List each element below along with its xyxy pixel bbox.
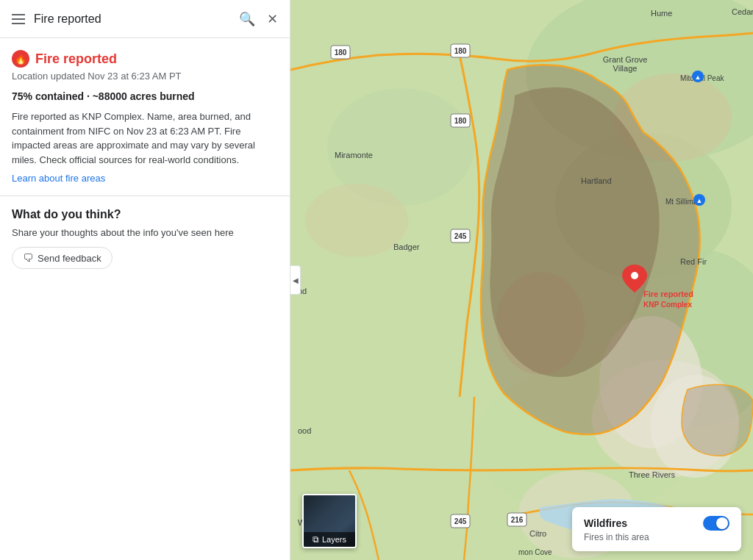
svg-text:245: 245	[454, 517, 467, 525]
svg-text:Hume: Hume	[651, 9, 672, 18]
layers-label-area: ⧉ Layers	[304, 532, 355, 547]
svg-text:Miramonte: Miramonte	[335, 151, 373, 159]
svg-text:Three Rivers: Three Rivers	[629, 470, 675, 479]
info-area: Fire reported Location updated Nov 23 at…	[0, 38, 290, 560]
layers-text: Layers	[322, 535, 346, 544]
svg-point-41	[631, 272, 638, 279]
fire-title: Fire reported	[35, 51, 117, 67]
close-icon[interactable]: ✕	[264, 8, 281, 30]
svg-text:Citro: Citro	[529, 529, 546, 538]
learn-about-fire-areas-link[interactable]: Learn about fire areas	[12, 173, 278, 184]
svg-text:216: 216	[511, 516, 524, 524]
svg-text:Cedar: Cedar	[732, 7, 753, 16]
svg-text:KNP Complex: KNP Complex	[643, 301, 692, 309]
left-panel: Fire reported 🔍 ✕ Fire reported Location…	[0, 0, 290, 560]
divider	[0, 195, 290, 196]
svg-text:ood: ood	[298, 426, 311, 435]
containment-info: 75% contained · ~88000 acres burned	[12, 90, 278, 102]
send-feedback-button[interactable]: 🗨 Send feedback	[12, 247, 113, 269]
feedback-subtext: Share your thoughts about the info you'v…	[12, 227, 278, 238]
wildfires-row: Wildfires	[584, 516, 729, 531]
wildfires-toggle[interactable]	[703, 516, 729, 531]
svg-text:Grant Grove: Grant Grove	[603, 55, 648, 64]
wildfires-label: Wildfires	[584, 517, 627, 529]
search-bar: Fire reported 🔍 ✕	[0, 0, 290, 38]
svg-text:245: 245	[454, 232, 467, 240]
feedback-icon: 🗨	[23, 252, 33, 264]
search-icon[interactable]: 🔍	[236, 8, 258, 30]
svg-point-7	[305, 184, 408, 257]
svg-text:▲: ▲	[696, 197, 703, 204]
send-feedback-label: Send feedback	[38, 253, 101, 264]
hamburger-icon[interactable]	[9, 11, 28, 27]
svg-text:Fire reported: Fire reported	[643, 290, 693, 298]
fire-description: Fire reported as KNP Complex. Name, area…	[12, 110, 278, 167]
feedback-section: What do you think? Share your thoughts a…	[12, 208, 278, 269]
svg-text:180: 180	[335, 49, 347, 57]
svg-text:▲: ▲	[695, 73, 702, 81]
map-canvas: Hume Cedar Grant Grove Village Mitchell …	[290, 0, 753, 560]
fires-in-area-label: Fires in this area	[584, 532, 729, 542]
feedback-heading: What do you think?	[12, 208, 278, 221]
layers-control[interactable]: ⧉ Layers	[302, 494, 357, 548]
collapse-panel-button[interactable]: ◀	[290, 265, 301, 295]
fire-icon	[12, 50, 29, 68]
svg-text:Village: Village	[613, 64, 638, 73]
layers-thumbnail: ⧉ Layers	[302, 494, 357, 548]
svg-text:Red Fir: Red Fir	[680, 257, 707, 266]
search-input[interactable]: Fire reported	[34, 12, 230, 26]
svg-text:Hartland: Hartland	[581, 176, 612, 185]
svg-text:180: 180	[454, 47, 467, 55]
toggle-knob	[716, 517, 728, 529]
map-area[interactable]: ◀	[290, 0, 753, 560]
svg-text:180: 180	[454, 117, 467, 125]
wildfires-panel: Wildfires Fires in this area	[572, 507, 741, 551]
svg-text:Badger: Badger	[393, 243, 420, 251]
svg-text:mon Cove: mon Cove	[518, 548, 552, 556]
fire-title-row: Fire reported	[12, 50, 278, 68]
location-updated: Location updated Nov 23 at 6:23 AM PT	[12, 71, 278, 82]
